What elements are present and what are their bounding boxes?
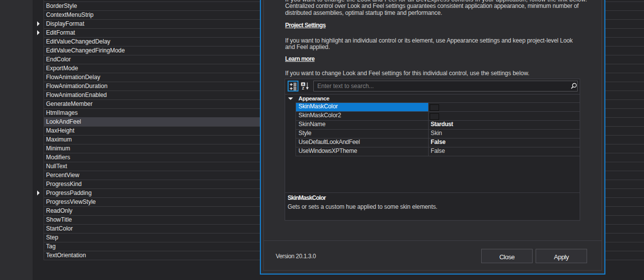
svg-text:A: A — [302, 83, 304, 86]
svg-text:Z: Z — [302, 86, 304, 90]
